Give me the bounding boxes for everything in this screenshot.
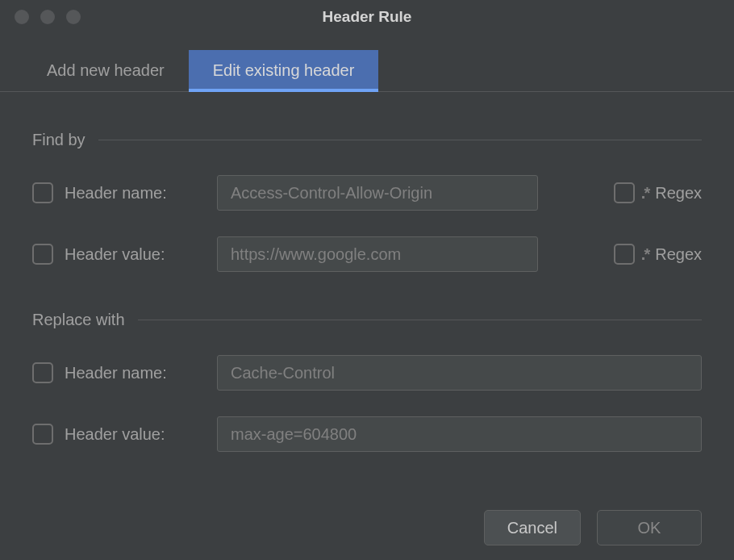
maximize-window-button[interactable] [66,10,81,24]
ok-button[interactable]: OK [597,510,702,545]
footer: Cancel OK [0,510,734,560]
replace-header-value-checkbox[interactable] [32,424,53,445]
replace-with-header: Replace with [32,311,702,329]
replace-header-name-checkbox[interactable] [32,362,53,383]
tab-add-new-header[interactable]: Add new header [23,50,189,91]
close-window-button[interactable] [15,10,29,24]
find-header-name-checkbox[interactable] [32,182,53,203]
find-header-value-input[interactable] [217,236,538,272]
replace-header-name-row: Header name: [32,355,702,391]
replace-header-value-label: Header value: [65,425,206,444]
cancel-button[interactable]: Cancel [484,510,581,545]
find-header-value-regex-label: Regex [655,245,702,264]
find-header-name-input[interactable] [217,175,538,211]
find-header-name-label: Header name: [65,184,206,203]
divider [138,320,702,320]
find-header-value-regex-group: .* Regex [614,244,702,265]
window-title: Header Rule [323,8,412,26]
replace-with-group: Replace with Header name: Header value: [32,311,702,452]
titlebar: Header Rule [0,0,734,34]
find-by-header: Find by [32,131,702,149]
find-header-value-checkbox[interactable] [32,244,53,265]
find-header-name-regex-checkbox[interactable] [614,182,635,203]
replace-header-name-input[interactable] [217,355,702,391]
tabs: Add new header Edit existing header [0,50,734,92]
find-header-value-regex-checkbox[interactable] [614,244,635,265]
find-by-title: Find by [32,131,85,149]
tab-edit-existing-header[interactable]: Edit existing header [189,50,379,91]
replace-with-title: Replace with [32,311,125,329]
find-header-name-regex-group: .* Regex [614,182,702,203]
divider [98,140,702,140]
window-controls [15,10,81,24]
find-by-group: Find by Header name: .* Regex Header val… [32,131,702,272]
find-header-name-row: Header name: .* Regex [32,175,702,211]
find-header-name-regex-label: Regex [655,184,702,203]
regex-icon: .* [641,184,649,203]
regex-icon: .* [641,245,649,264]
replace-header-value-row: Header value: [32,416,702,452]
content: Find by Header name: .* Regex Header val… [0,131,734,452]
replace-header-name-label: Header name: [65,364,206,382]
minimize-window-button[interactable] [40,10,55,24]
find-header-value-label: Header value: [65,245,206,264]
replace-header-value-input[interactable] [217,416,702,452]
find-header-value-row: Header value: .* Regex [32,236,702,272]
